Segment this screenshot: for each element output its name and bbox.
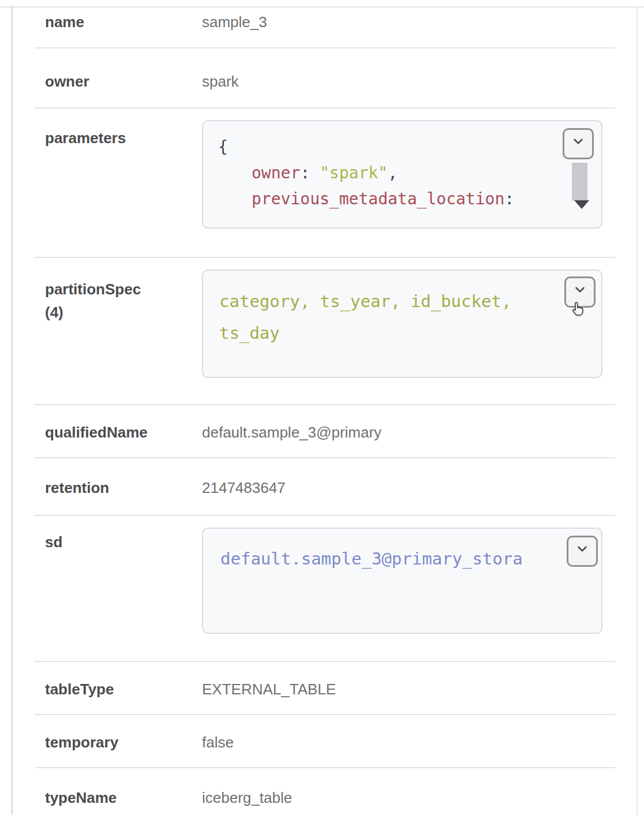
panel-left-border bbox=[12, 6, 13, 815]
table-row: tableType EXTERNAL_TABLE bbox=[35, 662, 615, 715]
property-value-temporary: false bbox=[202, 732, 615, 752]
table-row: owner spark bbox=[35, 48, 615, 109]
property-value-qualifiedname: default.sample_3@primary bbox=[202, 423, 615, 442]
properties-table: name sample_3 owner spark parameters { o… bbox=[35, 8, 615, 815]
table-row: name sample_3 bbox=[35, 8, 615, 48]
table-row: typeName iceberg_table bbox=[35, 768, 615, 815]
property-label-name: name bbox=[35, 12, 202, 32]
table-row: parameters { owner: "spark", previous_me… bbox=[35, 109, 615, 258]
json-open-brace: { bbox=[218, 134, 586, 160]
chevron-down-icon bbox=[572, 282, 587, 302]
property-label-tabletype: tableType bbox=[35, 679, 202, 699]
scrollbar-down-arrow-icon[interactable] bbox=[574, 200, 589, 209]
property-label-temporary: temporary bbox=[35, 732, 202, 752]
partition-columns-line2: ts_day bbox=[219, 317, 601, 349]
table-row: retention 2147483647 bbox=[35, 458, 615, 516]
json-key-owner: owner bbox=[252, 163, 300, 182]
property-label-retention: retention bbox=[35, 478, 202, 498]
parameters-code-box[interactable]: { owner: "spark", previous_metadata_loca… bbox=[202, 120, 602, 229]
table-row: temporary false bbox=[35, 715, 615, 768]
partitionspec-expand-button[interactable] bbox=[564, 276, 596, 308]
property-value-owner: spark bbox=[202, 72, 615, 91]
table-row: sd default.sample_3@primary_stora bbox=[35, 516, 615, 662]
property-label-parameters: parameters bbox=[35, 120, 202, 229]
property-label-qualifiedname: qualifiedName bbox=[35, 423, 202, 442]
sd-expand-button[interactable] bbox=[567, 536, 598, 567]
panel-right-border bbox=[636, 6, 638, 815]
property-label-sd: sd bbox=[35, 528, 202, 634]
chevron-down-icon bbox=[571, 134, 586, 154]
properties-panel: name sample_3 owner spark parameters { o… bbox=[0, 0, 644, 815]
parameters-expand-button[interactable] bbox=[563, 128, 594, 159]
property-value-retention: 2147483647 bbox=[202, 478, 615, 498]
property-value-name: sample_3 bbox=[202, 12, 615, 32]
property-label-owner: owner bbox=[35, 72, 202, 91]
property-label-partitionspec: partitionSpec (4) bbox=[35, 270, 202, 378]
table-row: partitionSpec (4) category, ts_year, id_… bbox=[35, 258, 615, 405]
scrollbar-thumb[interactable] bbox=[572, 163, 587, 201]
partition-columns-line1: category, ts_year, id_bucket, bbox=[219, 286, 601, 317]
partitionspec-count: (4) bbox=[45, 301, 202, 324]
json-key-previous-metadata-location: previous_metadata_location bbox=[252, 189, 504, 208]
sd-storage-link[interactable]: default.sample_3@primary_stora bbox=[220, 548, 567, 569]
table-row: qualifiedName default.sample_3@primary bbox=[35, 405, 615, 458]
chevron-down-icon bbox=[575, 541, 590, 561]
json-value-spark: "spark" bbox=[320, 163, 388, 182]
partitionspec-code-box[interactable]: category, ts_year, id_bucket, ts_day bbox=[202, 270, 602, 378]
property-value-typename: iceberg_table bbox=[202, 788, 615, 807]
sd-code-box[interactable]: default.sample_3@primary_stora bbox=[202, 528, 602, 634]
property-label-typename: typeName bbox=[35, 788, 202, 807]
property-value-tabletype: EXTERNAL_TABLE bbox=[202, 679, 615, 699]
